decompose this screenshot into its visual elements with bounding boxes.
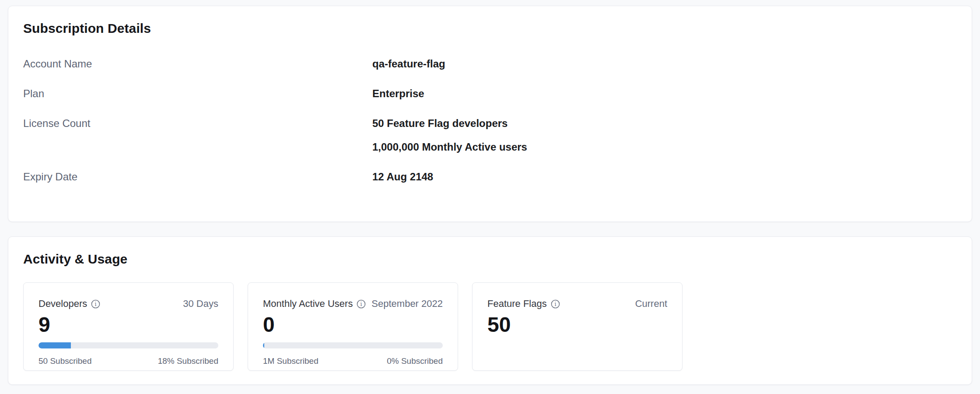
svg-text:i: i — [554, 300, 556, 307]
detail-row-plan: Plan Enterprise — [23, 88, 957, 99]
activity-usage-title: Activity & Usage — [23, 252, 957, 267]
detail-value: 12 Aug 2148 — [372, 172, 433, 182]
subscribed-count-label: 1M Subscribed — [263, 356, 318, 366]
stat-value: 50 — [487, 314, 667, 335]
subscribed-percent-label: 18% Subscribed — [158, 356, 218, 366]
detail-value: 50 Feature Flag developers — [372, 118, 527, 129]
detail-label: Plan — [23, 88, 372, 99]
stat-period: 30 Days — [183, 299, 218, 309]
subscription-details-title: Subscription Details — [23, 21, 957, 36]
svg-text:i: i — [360, 300, 362, 307]
detail-row-expiry-date: Expiry Date 12 Aug 2148 — [23, 172, 957, 182]
detail-row-license-count: License Count 50 Feature Flag developers… — [23, 118, 957, 152]
stat-value: 9 — [38, 314, 218, 335]
detail-label: Expiry Date — [23, 172, 372, 182]
detail-label: License Count — [23, 118, 372, 129]
info-icon[interactable]: i — [551, 299, 560, 309]
stat-period: September 2022 — [371, 299, 443, 309]
stat-card-row: Developers i 30 Days 9 50 Subscribed 18%… — [23, 282, 957, 371]
detail-value: 1,000,000 Monthly Active users — [372, 142, 527, 152]
progress-bar-fill — [263, 342, 264, 348]
progress-bar-fill — [38, 342, 71, 348]
stat-period: Current — [635, 299, 667, 309]
detail-row-account-name: Account Name qa-feature-flag — [23, 59, 957, 69]
stat-card-feature-flags: Feature Flags i Current 50 — [472, 282, 682, 371]
info-icon[interactable]: i — [91, 299, 100, 309]
stat-card-monthly-active-users: Monthly Active Users i September 2022 0 … — [248, 282, 458, 371]
info-icon[interactable]: i — [357, 299, 366, 309]
progress-bar — [263, 342, 443, 348]
stat-card-developers: Developers i 30 Days 9 50 Subscribed 18%… — [23, 282, 234, 371]
subscribed-count-label: 50 Subscribed — [38, 356, 91, 366]
detail-value: Enterprise — [372, 88, 424, 99]
subscribed-percent-label: 0% Subscribed — [387, 356, 443, 366]
stat-label: Feature Flags — [487, 299, 547, 309]
detail-value: qa-feature-flag — [372, 59, 445, 69]
subscription-details-card: Subscription Details Account Name qa-fea… — [8, 6, 972, 222]
stat-label: Monthly Active Users — [263, 299, 353, 309]
activity-usage-card: Activity & Usage Developers i 30 Days 9 … — [8, 236, 972, 385]
progress-bar — [38, 342, 218, 348]
detail-label: Account Name — [23, 59, 372, 69]
stat-value: 0 — [263, 314, 443, 335]
stat-label: Developers — [38, 299, 87, 309]
svg-text:i: i — [95, 300, 97, 307]
